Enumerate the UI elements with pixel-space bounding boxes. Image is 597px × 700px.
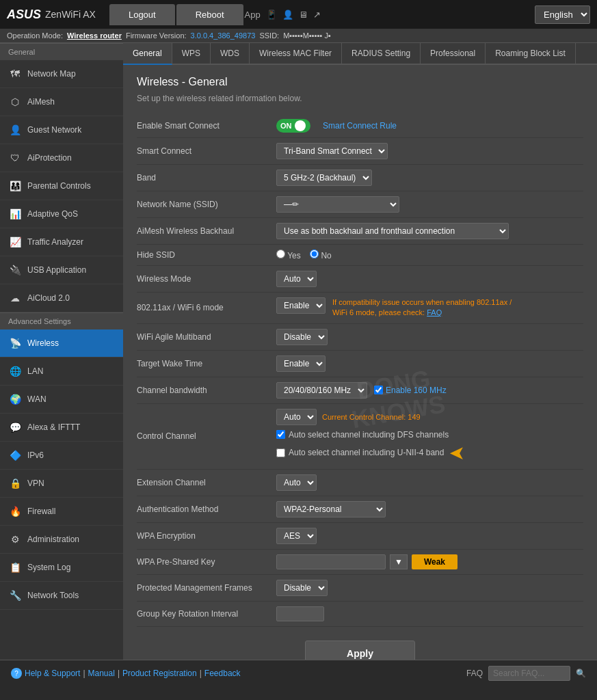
reboot-button[interactable]: Reboot	[176, 4, 243, 25]
wpa-key-control: 36020fZ ▼ Weak	[274, 549, 583, 574]
smart-connect-label: Smart Connect	[137, 138, 274, 165]
enable-160mhz-label[interactable]: Enable 160 MHz	[374, 386, 447, 395]
band-select[interactable]: 5 GHz-2 (Backhaul)	[276, 170, 372, 186]
table-row: Authentication Method WPA2-Personal	[137, 496, 583, 522]
content-area: DONGKNOWS General WPS WDS Wireless MAC F…	[123, 43, 597, 660]
firmware-value[interactable]: 3.0.0.4_386_49873	[191, 31, 256, 40]
sidebar-item-system-log[interactable]: 📋 System Log	[0, 554, 123, 582]
group-key-input[interactable]: 3600	[276, 606, 324, 621]
sidebar-item-wan[interactable]: 🌍 WAN	[0, 386, 123, 414]
faq-search-input[interactable]	[488, 666, 570, 681]
unii4-checkbox[interactable]	[276, 448, 285, 457]
product-registration-link[interactable]: Product Registration	[122, 669, 197, 678]
dfs-check-label[interactable]: Auto select channel including DFS channe…	[276, 430, 581, 440]
wireless-icon: 📡	[8, 336, 22, 350]
sidebar-item-traffic-analyzer[interactable]: 📈 Traffic Analyzer	[0, 228, 123, 256]
product-name: ZenWiFi AX	[45, 9, 96, 20]
app-icon[interactable]: 📱	[266, 10, 277, 20]
sidebar-item-wireless[interactable]: 📡 Wireless	[0, 329, 123, 358]
dfs-checkbox[interactable]	[276, 430, 285, 439]
pmf-label: Protected Management Frames	[137, 574, 274, 601]
manual-link[interactable]: Manual	[88, 669, 115, 678]
arrow-row: Auto select channel including U-NII-4 ba…	[276, 442, 581, 464]
logout-button[interactable]: Logout	[109, 4, 175, 25]
sidebar-item-vpn[interactable]: 🔒 VPN	[0, 470, 123, 498]
smart-connect-toggle[interactable]: ON	[276, 119, 310, 133]
hide-ssid-yes-text: Yes	[287, 251, 301, 260]
aimesh-backhaul-select[interactable]: Use as both backhaul and fronthaul conne…	[276, 223, 509, 239]
smart-connect-select[interactable]: Tri-Band Smart Connect	[276, 143, 388, 159]
hide-ssid-yes-radio[interactable]	[276, 250, 285, 258]
tab-roaming-block-list[interactable]: Roaming Block List	[486, 43, 576, 64]
wpa-key-dropdown[interactable]: ▼	[390, 554, 408, 569]
smart-connect-rule-link[interactable]: Smart Connect Rule	[323, 121, 397, 131]
sidebar: General 🗺 Network Map ⬡ AiMesh 👤 Guest N…	[0, 43, 123, 660]
wifi6-faq-link[interactable]: FAQ	[427, 308, 442, 317]
sidebar-item-network-map[interactable]: 🗺 Network Map	[0, 60, 123, 88]
sidebar-item-aiprotection[interactable]: 🛡 AiProtection	[0, 144, 123, 172]
sidebar-item-adaptive-qos[interactable]: 📊 Adaptive QoS	[0, 200, 123, 228]
language-select[interactable]: English	[535, 5, 590, 24]
auth-method-select[interactable]: WPA2-Personal	[276, 501, 386, 517]
table-row: 802.11ax / WiFi 6 mode Enable If compati…	[137, 293, 583, 324]
top-nav: Logout Reboot	[109, 4, 245, 25]
tab-general[interactable]: General	[123, 43, 172, 65]
sidebar-item-guest-network[interactable]: 👤 Guest Network	[0, 116, 123, 144]
target-wake-select[interactable]: Enable	[276, 355, 326, 372]
asus-logo: ASUS	[7, 8, 41, 22]
apply-button[interactable]: Apply	[305, 641, 415, 660]
tab-professional[interactable]: Professional	[421, 43, 486, 64]
pmf-select[interactable]: Disable	[276, 580, 328, 596]
hide-ssid-no-label[interactable]: No	[310, 251, 332, 260]
enable-160mhz-checkbox[interactable]	[374, 386, 383, 394]
hide-ssid-no-radio[interactable]	[310, 250, 319, 258]
table-row: WiFi Agile Multiband Disable	[137, 323, 583, 350]
wifi-agile-select[interactable]: Disable	[276, 329, 328, 345]
user-icon[interactable]: 👤	[282, 10, 293, 20]
aiprotection-icon: 🛡	[8, 151, 22, 165]
channel-bw-label: Channel bandwidth	[137, 377, 274, 403]
sidebar-item-lan[interactable]: 🌐 LAN	[0, 358, 123, 386]
wifi6-select[interactable]: Enable	[276, 297, 326, 314]
sidebar-item-aimesh[interactable]: ⬡ AiMesh	[0, 88, 123, 116]
administration-icon: ⚙	[8, 533, 22, 546]
unii4-check-label[interactable]: Auto select channel including U-NII-4 ba…	[276, 448, 444, 457]
hide-ssid-yes-label[interactable]: Yes	[276, 251, 303, 260]
feedback-link[interactable]: Feedback	[204, 669, 241, 678]
tab-wds[interactable]: WDS	[211, 43, 250, 64]
sidebar-item-ipv6[interactable]: 🔷 IPv6	[0, 442, 123, 470]
sidebar-item-aicloud[interactable]: ☁ AiCloud 2.0	[0, 284, 123, 312]
sidebar-item-firewall[interactable]: 🔥 Firewall	[0, 498, 123, 526]
screen-icon[interactable]: 🖥	[299, 10, 308, 20]
sidebar-item-parental-controls[interactable]: 👨‍👩‍👧 Parental Controls	[0, 172, 123, 200]
wpa-encryption-select[interactable]: AES	[276, 528, 317, 544]
faq-search-icon[interactable]: 🔍	[576, 669, 586, 678]
tab-radius-setting[interactable]: RADIUS Setting	[342, 43, 421, 64]
share-icon[interactable]: ↗	[313, 10, 321, 20]
aimesh-backhaul-control: Use as both backhaul and fronthaul conne…	[274, 218, 583, 245]
control-channel-select[interactable]: Auto	[276, 409, 317, 425]
wpa-key-input[interactable]: 36020fZ	[276, 554, 386, 569]
system-log-icon: 📋	[8, 561, 22, 574]
adaptive-qos-icon: 📊	[8, 207, 22, 221]
channel-bw-select[interactable]: 20/40/80/160 MHz	[276, 382, 367, 399]
sidebar-item-administration[interactable]: ⚙ Administration	[0, 526, 123, 554]
lan-icon: 🌐	[8, 364, 22, 378]
channel-top: Auto Current Control Channel: 149	[276, 409, 581, 425]
band-control: 5 GHz-2 (Backhaul)	[274, 165, 583, 191]
sidebar-item-alexa[interactable]: 💬 Alexa & IFTTT	[0, 414, 123, 442]
sidebar-item-network-tools[interactable]: 🔧 Network Tools	[0, 582, 123, 610]
sidebar-label-alexa: Alexa & IFTTT	[27, 422, 80, 432]
tab-wireless-mac-filter[interactable]: Wireless MAC Filter	[250, 43, 342, 64]
network-name-select[interactable]: —✏	[276, 196, 399, 213]
help-support-link[interactable]: Help & Support	[25, 669, 80, 678]
wireless-mode-select[interactable]: Auto	[276, 271, 317, 287]
separator-3: |	[200, 669, 202, 678]
sidebar-label-wan: WAN	[27, 394, 47, 404]
table-row: Hide SSID Yes No	[137, 245, 583, 266]
extension-channel-select[interactable]: Auto	[276, 474, 317, 491]
sidebar-item-usb-application[interactable]: 🔌 USB Application	[0, 256, 123, 284]
wireless-mode-control: Auto	[274, 266, 583, 293]
tab-wps[interactable]: WPS	[172, 43, 211, 64]
enable-smart-connect-label: Enable Smart Connect	[137, 114, 274, 138]
